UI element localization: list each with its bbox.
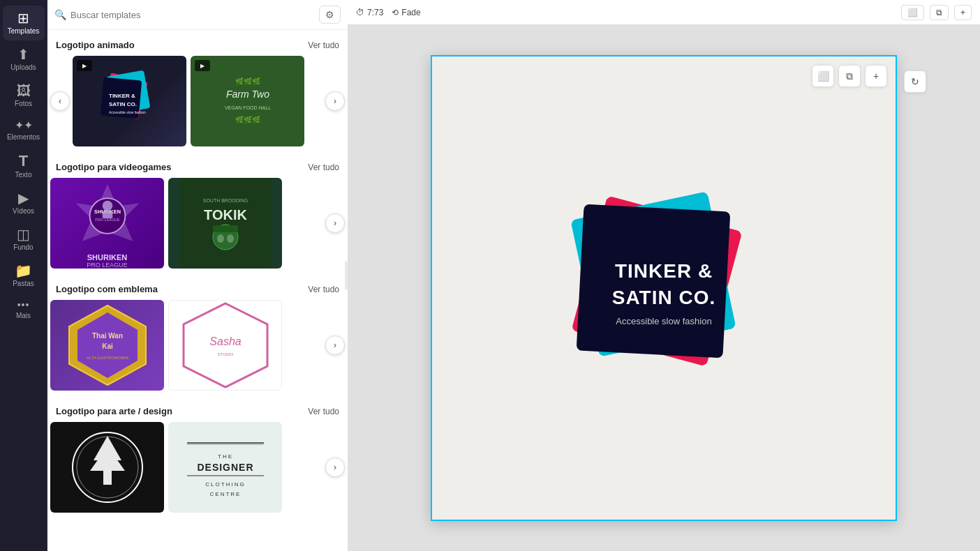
svg-point-14 (102, 201, 112, 211)
next-arrow-arte[interactable]: › (325, 458, 345, 477)
sidebar-item-label: Texto (15, 171, 32, 179)
template-card-farmtwo[interactable]: ▶ 🌿🌿🌿 Farm Two VEGAN FOOD HALL 🌿🌿🌿 (191, 56, 304, 146)
svg-text:VEGAN FOOD HALL: VEGAN FOOD HALL (224, 105, 270, 110)
ver-tudo-emblema[interactable]: Ver tudo (308, 285, 339, 294)
svg-text:Thai Wan: Thai Wan (91, 332, 122, 340)
videos-icon: ▶ (18, 191, 29, 205)
section-title-arte: Logotipo para arte / design (56, 406, 172, 416)
svg-text:DESIGNER: DESIGNER (197, 462, 253, 473)
svg-text:SOUTH BROODING: SOUTH BROODING (202, 198, 248, 203)
svg-point-22 (217, 234, 224, 243)
templates-row-emblema: Thai Wan Kai ALTA GASTRONOMIA Sasha STUD… (47, 300, 348, 391)
svg-text:TINKER &: TINKER & (615, 260, 713, 282)
section-header-arte: Logotipo para arte / design Ver tudo (47, 396, 348, 422)
transition-control[interactable]: ⟲ Fade (392, 8, 420, 17)
sidebar-item-label: Vídeos (13, 207, 34, 215)
sidebar-item-label: Fundo (13, 243, 33, 251)
ver-tudo-videogames[interactable]: Ver tudo (308, 163, 339, 172)
sidebar-item-label: Pastas (13, 280, 34, 287)
fotos-icon: 🖼 (17, 84, 31, 98)
template-card-shuriken[interactable]: SHURIKEN PRO LEAGUE SHURIKEN PRO LEAGUE (50, 178, 164, 269)
section-header-animado: Logotipo animado Ver tudo (47, 30, 348, 56)
copy-action-button[interactable]: ⧉ (838, 65, 861, 87)
time-value: 7:73 (367, 8, 383, 17)
svg-rect-36 (103, 471, 112, 485)
templates-grid-arte: THE DESIGNER CLOTHING CENTRE (50, 422, 322, 513)
svg-rect-21 (213, 225, 238, 232)
sidebar-item-texto[interactable]: T Texto (3, 148, 45, 184)
video-badge: ▶ (77, 60, 92, 71)
svg-text:Kai: Kai (102, 342, 113, 350)
template-card-tinker[interactable]: ▶ TINKER & SATIN CO. Accessible slow fas… (73, 56, 186, 146)
sidebar-item-fundo[interactable]: ◫ Fundo (3, 222, 45, 257)
next-arrow-videogames[interactable]: › (325, 213, 345, 233)
svg-text:SATIN CO.: SATIN CO. (109, 101, 137, 107)
canvas-refresh-button[interactable]: ↻ (904, 70, 926, 93)
sidebar-item-videos[interactable]: ▶ Vídeos (3, 186, 45, 220)
templates-grid-emblema: Thai Wan Kai ALTA GASTRONOMIA Sasha STUD… (50, 300, 322, 391)
copy-button[interactable]: ⧉ (930, 5, 949, 20)
time-display: ⏱ 7:73 (356, 8, 383, 17)
collapse-handle[interactable]: ‹ (345, 262, 348, 289)
filter-button[interactable]: ⚙ (319, 6, 341, 24)
sidebar-item-templates[interactable]: ⊞ Templates (3, 6, 45, 40)
ver-tudo-arte[interactable]: Ver tudo (308, 407, 339, 416)
add-action-button[interactable]: + (865, 65, 887, 87)
template-card-tokik[interactable]: SOUTH BROODING TOKIK (168, 178, 282, 269)
frame-button[interactable]: ⬜ (901, 5, 924, 20)
section-title-videogames: Logotipo para videogames (56, 162, 171, 172)
texto-icon: T (19, 153, 28, 169)
add-button[interactable]: + (954, 5, 972, 20)
frame-action-button[interactable]: ⬜ (812, 65, 834, 87)
section-header-videogames: Logotipo para videogames Ver tudo (47, 152, 348, 178)
template-card-tree[interactable] (50, 422, 164, 513)
next-arrow-emblema[interactable]: › (325, 335, 345, 355)
sidebar-item-mais[interactable]: ••• Mais (3, 294, 45, 325)
prev-arrow-animado[interactable]: ‹ (50, 91, 70, 111)
video-badge-farmtwo: ▶ (195, 60, 210, 71)
canvas-wrapper: ⬜ ⧉ + ↻ TINKER & SATIN CO. Access (348, 25, 980, 551)
sidebar-item-label: Templates (8, 27, 40, 35)
canvas-actions: ⬜ ⧉ + (812, 65, 887, 87)
templates-icon: ⊞ (17, 11, 29, 25)
templates-row-videogames: SHURIKEN PRO LEAGUE SHURIKEN PRO LEAGUE … (47, 178, 348, 269)
svg-text:CENTRE: CENTRE (209, 491, 241, 497)
search-input[interactable] (70, 10, 315, 20)
canvas-frame[interactable]: ⬜ ⧉ + ↻ TINKER & SATIN CO. Access (431, 55, 897, 521)
toolbar-right: ⬜ ⧉ + (901, 5, 972, 20)
svg-text:SATIN CO.: SATIN CO. (612, 287, 715, 308)
sidebar-item-fotos[interactable]: 🖼 Fotos (3, 78, 45, 113)
canvas-area: ⏱ 7:73 ⟲ Fade ⬜ ⧉ + ⬜ ⧉ + ↻ (348, 0, 980, 551)
svg-text:THE: THE (218, 453, 233, 460)
templates-row-arte: THE DESIGNER CLOTHING CENTRE › (47, 422, 348, 513)
ver-tudo-animado[interactable]: Ver tudo (308, 40, 339, 50)
svg-text:🌿🌿🌿: 🌿🌿🌿 (235, 115, 261, 124)
templates-grid-videogames: SHURIKEN PRO LEAGUE SHURIKEN PRO LEAGUE … (50, 178, 322, 269)
svg-rect-15 (102, 211, 112, 218)
section-title-emblema: Logotipo com emblema (56, 284, 158, 294)
next-arrow-animado[interactable]: › (325, 91, 345, 111)
template-card-designer[interactable]: THE DESIGNER CLOTHING CENTRE (168, 422, 282, 513)
transition-value: Fade (401, 8, 420, 17)
mais-icon: ••• (17, 300, 30, 310)
svg-text:Sasha: Sasha (209, 335, 241, 347)
logo-design: TINKER & SATIN CO. Accessible slow fashi… (545, 169, 782, 407)
template-card-thai[interactable]: Thai Wan Kai ALTA GASTRONOMIA (50, 300, 164, 391)
sidebar-item-elementos[interactable]: ✦✦ Elementos (3, 114, 45, 146)
svg-text:Farm Two: Farm Two (226, 89, 269, 100)
section-header-emblema: Logotipo com emblema Ver tudo (47, 274, 348, 300)
toolbar-top: ⏱ 7:73 ⟲ Fade ⬜ ⧉ + (348, 0, 980, 25)
search-bar: 🔍 ⚙ (47, 0, 348, 30)
sidebar-item-uploads[interactable]: ⬆ Uploads (3, 42, 45, 77)
section-title-animado: Logotipo animado (56, 40, 135, 50)
svg-text:STUDIO: STUDIO (217, 352, 233, 356)
uploads-icon: ⬆ (17, 47, 29, 61)
template-card-sasha[interactable]: Sasha STUDIO (168, 300, 282, 391)
sidebar-item-pastas[interactable]: 📁 Pastas (3, 258, 45, 293)
fundo-icon: ◫ (17, 227, 30, 241)
svg-text:Accessible slow fashion: Accessible slow fashion (109, 110, 146, 114)
sidebar-item-label: Fotos (15, 100, 32, 107)
svg-text:🌿🌿🌿: 🌿🌿🌿 (235, 77, 261, 86)
elementos-icon: ✦✦ (15, 120, 33, 131)
sidebar-item-label: Mais (16, 312, 31, 319)
